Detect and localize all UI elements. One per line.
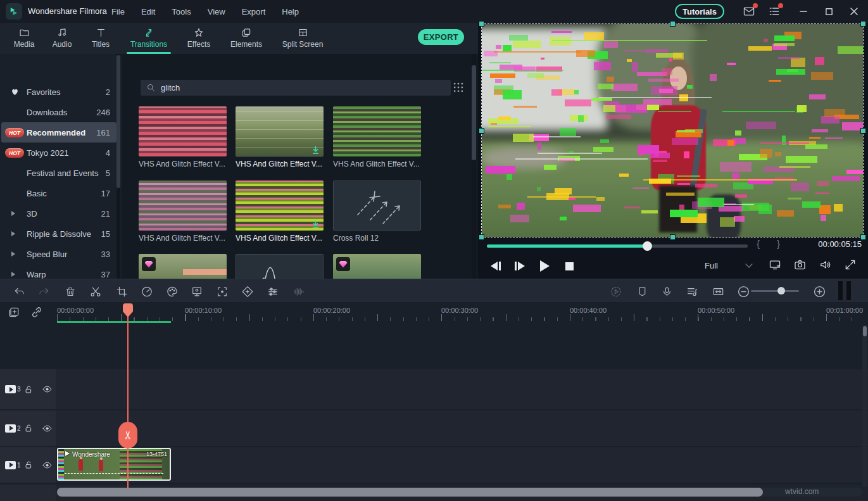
expand-caret-icon[interactable] [11, 231, 15, 236]
zoom-slider-thumb[interactable] [777, 287, 785, 295]
zoom-out-icon[interactable] [736, 284, 751, 299]
undo-icon[interactable] [12, 284, 27, 299]
sidebar-item-tokyo-2021[interactable]: HOT Tokyo 2021 4 [1, 143, 116, 163]
link-icon[interactable] [30, 306, 44, 320]
tab-elements[interactable]: Elements [228, 25, 265, 53]
zoom-to-fit-icon[interactable] [710, 284, 726, 299]
resize-handle[interactable] [860, 128, 866, 134]
tab-transitions[interactable]: Transitions [127, 25, 171, 53]
mark-out-icon[interactable]: } [777, 238, 780, 249]
menu-edit[interactable]: Edit [141, 7, 155, 16]
tab-titles[interactable]: Titles [87, 25, 115, 53]
sidebar-item-festival-events[interactable]: Festival and Events 5 [1, 163, 116, 183]
expand-caret-icon[interactable] [11, 251, 15, 257]
transition-thumbnail[interactable] [139, 181, 227, 231]
lock-icon[interactable] [24, 423, 34, 433]
timeline-clip[interactable]: Wondershare 13-4751 [57, 448, 171, 481]
zoom-in-icon[interactable] [812, 284, 827, 299]
sidebar-item-warp[interactable]: Warp 37 [1, 264, 116, 279]
lock-icon[interactable] [24, 460, 34, 470]
search-bar[interactable] [141, 80, 451, 96]
stop-button[interactable] [565, 258, 574, 274]
grid-view-icon[interactable] [452, 81, 466, 95]
audio-mixer-icon[interactable] [684, 284, 700, 299]
transition-thumbnail[interactable] [333, 254, 421, 279]
timeline-zoom-slider[interactable] [751, 290, 799, 292]
quality-dropdown[interactable]: Full [701, 257, 755, 274]
sidebar-item-recommended[interactable]: HOT Recommended 161 [1, 122, 116, 143]
speaker-icon[interactable] [819, 258, 834, 274]
sidebar-item-basic[interactable]: Basic 17 [1, 183, 116, 203]
task-list-icon[interactable] [767, 5, 781, 18]
export-button[interactable]: EXPORT [418, 29, 464, 45]
eye-icon[interactable] [42, 460, 53, 470]
lock-icon[interactable] [24, 384, 34, 395]
hscrollbar-thumb[interactable] [57, 488, 763, 497]
close-button[interactable] [841, 0, 867, 23]
play-button[interactable] [540, 258, 550, 274]
seek-thumb[interactable] [643, 241, 652, 251]
transition-thumbnail[interactable] [139, 254, 227, 279]
transition-thumbnail[interactable] [333, 106, 421, 156]
transition-thumbnail-wave[interactable] [236, 254, 324, 279]
sidebar-item-speed-blur[interactable]: Speed Blur 33 [1, 244, 116, 264]
snapshot-camera-icon[interactable] [793, 258, 808, 274]
transition-thumbnail[interactable] [236, 181, 324, 231]
manage-tracks-icon[interactable] [8, 306, 22, 320]
keyframe-icon[interactable] [240, 284, 255, 299]
audio-wave-icon[interactable] [291, 284, 306, 299]
green-screen-icon[interactable] [189, 284, 204, 299]
track-row-3[interactable]: 3 [0, 369, 868, 409]
eye-icon[interactable] [42, 424, 53, 433]
voiceover-mic-icon[interactable] [659, 284, 674, 299]
adjust-sliders-icon[interactable] [265, 284, 280, 299]
sidebar-item-downloads[interactable]: Downloads 246 [1, 102, 116, 122]
menu-view[interactable]: View [208, 7, 225, 16]
menu-help[interactable]: Help [282, 7, 299, 16]
expand-caret-icon[interactable] [11, 211, 15, 216]
crop-icon[interactable] [114, 284, 129, 299]
mark-in-icon[interactable]: { [757, 238, 760, 249]
render-preview-icon[interactable] [608, 284, 624, 299]
timeline-vscrollbar[interactable] [862, 325, 867, 486]
sidebar-item-ripple-dissolve[interactable]: Ripple & Dissolve 15 [1, 224, 116, 244]
split-scissors-icon[interactable] [88, 284, 103, 299]
motion-tracking-icon[interactable] [215, 284, 230, 299]
menu-tools[interactable]: Tools [172, 7, 191, 16]
resize-handle[interactable] [670, 21, 676, 27]
split-clip-button[interactable]: ✂ [118, 422, 137, 448]
tutorials-button[interactable]: Tutorials [675, 4, 724, 19]
sidebar-item-3d[interactable]: 3D 21 [1, 203, 116, 224]
transition-thumbnail[interactable] [139, 106, 227, 156]
search-input[interactable] [161, 83, 433, 92]
playhead-line[interactable] [127, 303, 129, 488]
next-frame-button[interactable] [515, 258, 525, 274]
tab-effects[interactable]: Effects [182, 25, 215, 53]
preview-video[interactable] [482, 24, 863, 237]
previous-frame-button[interactable] [491, 258, 501, 274]
seek-bar[interactable] [487, 244, 748, 248]
resize-handle[interactable] [479, 128, 484, 134]
transition-thumbnail-cross-roll[interactable] [333, 181, 421, 231]
eye-icon[interactable] [42, 384, 53, 394]
expand-caret-icon[interactable] [11, 272, 15, 277]
tab-split-screen[interactable]: Split Screen [274, 25, 332, 53]
color-palette-icon[interactable] [165, 284, 180, 299]
messages-icon[interactable] [742, 5, 756, 18]
fullscreen-icon[interactable] [844, 258, 859, 274]
maximize-button[interactable] [816, 0, 841, 23]
marker-icon[interactable] [634, 284, 650, 299]
tab-audio[interactable]: Audio [48, 25, 76, 53]
delete-icon[interactable] [63, 284, 78, 299]
speed-icon[interactable] [139, 284, 154, 299]
grid-scrollbar[interactable] [472, 54, 476, 279]
transition-thumbnail[interactable] [236, 106, 324, 156]
timeline-hscrollbar[interactable] [57, 488, 862, 497]
display-device-icon[interactable] [768, 258, 783, 274]
menu-export[interactable]: Export [242, 7, 266, 16]
sidebar-item-favorites[interactable]: Favorites 2 [1, 82, 116, 102]
resize-handle[interactable] [860, 21, 866, 27]
minimize-button[interactable] [791, 0, 816, 23]
resize-handle[interactable] [479, 21, 484, 27]
tab-media[interactable]: Media [10, 25, 38, 53]
